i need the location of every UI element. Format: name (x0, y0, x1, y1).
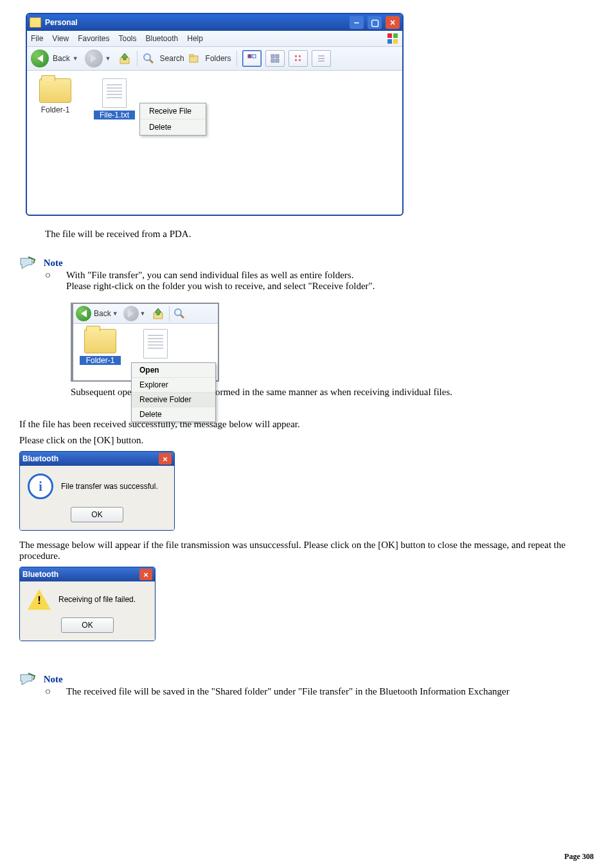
back-dropdown-icon[interactable]: ▼ (73, 55, 78, 62)
note-text-1a: With "File transfer", you can send indiv… (66, 270, 375, 281)
note-block: Note (19, 672, 594, 686)
info-icon: i (28, 474, 53, 499)
svg-point-5 (144, 54, 150, 60)
close-button[interactable]: × (139, 569, 152, 580)
note-heading: Note (44, 674, 63, 685)
dialog-success: Bluetooth × i File transfer was successf… (19, 451, 175, 531)
menu-delete[interactable]: Delete (140, 120, 206, 135)
note-block: Note (19, 256, 594, 270)
svg-rect-9 (248, 55, 251, 58)
search-icon (143, 53, 154, 64)
folder-icon (39, 78, 71, 103)
folder-item[interactable]: Folder-1 (35, 78, 76, 114)
close-button[interactable]: × (159, 453, 172, 465)
menu-tools[interactable]: Tools (119, 34, 137, 43)
body-text: Please click on the [OK] button. (19, 435, 594, 446)
window-title: Personal (45, 18, 346, 27)
explorer-window: Personal – ▢ × File View Favorites Tools… (26, 13, 404, 216)
menu-help[interactable]: Help (187, 34, 203, 43)
svg-rect-2 (387, 39, 392, 44)
svg-rect-17 (295, 59, 297, 61)
view-thumbnails-button[interactable] (242, 50, 262, 67)
svg-rect-1 (393, 33, 398, 38)
toolbar: Back ▼ ▼ Search Folders (27, 47, 402, 71)
menu-favorites[interactable]: Favorites (78, 34, 109, 43)
file-item[interactable]: File-1.txt (94, 78, 135, 120)
note-bullet: ○ With "File transfer", you can send ind… (45, 270, 594, 292)
close-button[interactable]: × (386, 16, 400, 29)
back-dropdown-icon[interactable]: ▼ (112, 310, 118, 317)
forward-button[interactable] (85, 49, 103, 67)
dialog-titlebar: Bluetooth × (20, 567, 155, 581)
folder-icon (30, 17, 41, 28)
search-button[interactable]: Search (160, 54, 184, 63)
mini-explorer: Back ▼ ▼ Folder-1 File-1.txt Open Explor… (71, 303, 219, 382)
minimize-button[interactable]: – (350, 16, 364, 29)
search-icon (173, 308, 185, 319)
forward-button[interactable] (123, 306, 139, 321)
bullet-icon: ○ (45, 686, 51, 697)
forward-dropdown-icon[interactable]: ▼ (140, 310, 146, 317)
note-icon (19, 672, 36, 686)
menu-receive-file[interactable]: Receive File (140, 103, 206, 120)
back-button[interactable] (76, 306, 91, 321)
svg-rect-14 (276, 59, 279, 62)
forward-dropdown-icon[interactable]: ▼ (105, 55, 111, 62)
ok-label: OK (91, 510, 102, 519)
note-text-1b: Please right-click on the folder you wis… (66, 281, 375, 292)
svg-line-6 (150, 60, 153, 63)
menu-bluetooth[interactable]: Bluetooth (146, 34, 179, 43)
context-menu: Receive File Delete (139, 103, 206, 136)
folders-icon (188, 53, 200, 64)
menu-delete[interactable]: Delete (132, 407, 215, 421)
up-button[interactable] (118, 51, 132, 66)
svg-rect-13 (271, 59, 274, 62)
note-text-2: The received file will be saved in the "… (66, 686, 510, 697)
explorer-content[interactable]: Folder-1 File-1.txt Receive File Delete (27, 71, 402, 215)
note-bullet: ○ The received file will be saved in the… (45, 686, 594, 697)
note-icon (19, 256, 36, 270)
svg-rect-10 (253, 55, 256, 58)
svg-rect-11 (271, 55, 274, 58)
folder-label: Folder-1 (35, 105, 76, 114)
ok-button[interactable]: OK (61, 617, 114, 633)
menu-file[interactable]: File (31, 34, 43, 43)
body-text: The message below will appear if the fil… (19, 540, 594, 562)
menu-view[interactable]: View (52, 34, 69, 43)
menu-open[interactable]: Open (132, 363, 215, 378)
view-icons-button[interactable] (289, 50, 308, 67)
ok-label: OK (82, 621, 93, 630)
menu-receive-folder[interactable]: Receive Folder (132, 393, 215, 407)
back-label[interactable]: Back (53, 54, 70, 63)
file-label: File-1.txt (94, 111, 135, 120)
file-icon (143, 329, 168, 359)
svg-rect-0 (387, 33, 392, 38)
menu-explorer[interactable]: Explorer (132, 378, 215, 393)
svg-rect-15 (295, 55, 297, 57)
svg-rect-3 (393, 39, 398, 44)
window-titlebar: Personal – ▢ × (27, 14, 402, 31)
dialog-message: File transfer was successful. (61, 482, 158, 491)
folder-item[interactable]: Folder-1 (80, 329, 121, 365)
maximize-button[interactable]: ▢ (368, 16, 382, 29)
dialog-title: Bluetooth (22, 570, 58, 579)
back-label[interactable]: Back (94, 309, 111, 318)
mini-content[interactable]: Folder-1 File-1.txt Open Explorer Receiv… (73, 324, 218, 380)
back-button[interactable] (31, 49, 49, 67)
dialog-message: Receiving of file failed. (58, 595, 136, 604)
folder-label: Folder-1 (80, 356, 121, 365)
svg-rect-18 (299, 59, 301, 61)
up-button[interactable] (151, 306, 165, 321)
note-heading: Note (44, 258, 63, 269)
svg-rect-8 (190, 55, 193, 57)
view-tiles-button[interactable] (265, 50, 285, 67)
ok-button[interactable]: OK (71, 507, 123, 522)
body-text: If the file has been received successful… (19, 419, 594, 430)
view-list-button[interactable] (312, 50, 331, 67)
folders-button[interactable]: Folders (206, 54, 231, 63)
mini-toolbar: Back ▼ ▼ (73, 304, 218, 324)
dialog-titlebar: Bluetooth × (20, 452, 174, 466)
menu-bar: File View Favorites Tools Bluetooth Help (27, 31, 402, 47)
folder-icon (84, 329, 116, 353)
context-menu: Open Explorer Receive Folder Delete (131, 362, 216, 422)
